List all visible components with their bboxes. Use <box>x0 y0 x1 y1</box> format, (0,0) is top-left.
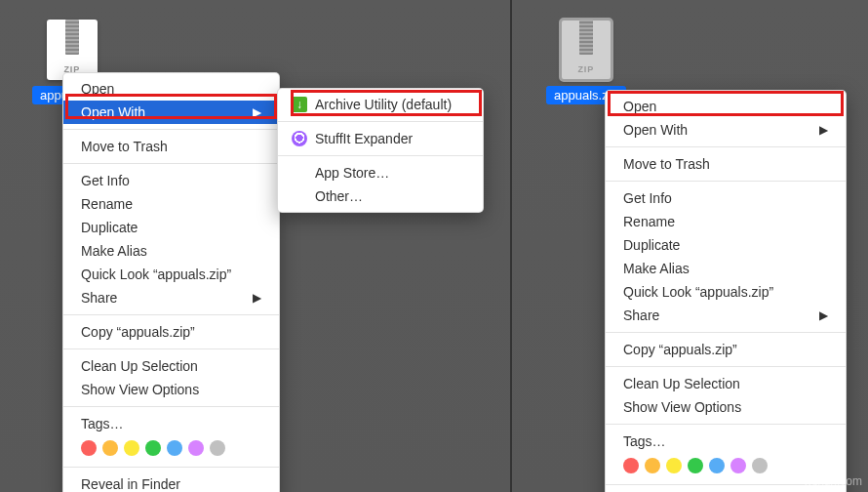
tag-green[interactable] <box>145 440 161 456</box>
menu-open-with-label: Open With <box>81 103 145 121</box>
menu-copy[interactable]: Copy “appuals.zip” <box>606 338 846 361</box>
submenu-archive-utility[interactable]: ↓ Archive Utility (default) <box>278 93 483 116</box>
stuffit-icon <box>292 131 307 146</box>
menu-make-alias[interactable]: Make Alias <box>606 257 846 280</box>
chevron-right-icon: ▶ <box>253 289 261 307</box>
tag-gray[interactable] <box>752 458 768 473</box>
menu-duplicate[interactable]: Duplicate <box>606 233 846 257</box>
menu-duplicate[interactable]: Duplicate <box>63 216 279 239</box>
menu-separator <box>63 467 279 468</box>
menu-separator <box>63 406 279 407</box>
menu-separator <box>606 181 846 182</box>
submenu-stuffit-label: StuffIt Expander <box>315 130 413 147</box>
menu-separator <box>63 129 279 130</box>
menu-share[interactable]: Share ▶ <box>63 286 279 309</box>
tag-colors-row <box>63 435 279 462</box>
menu-trash[interactable]: Move to Trash <box>63 135 279 158</box>
tag-orange[interactable] <box>645 458 660 473</box>
menu-separator <box>606 332 846 333</box>
menu-rename[interactable]: Rename <box>63 192 279 216</box>
menu-separator <box>606 424 846 425</box>
archive-utility-icon: ↓ <box>292 97 307 112</box>
menu-separator <box>63 314 279 315</box>
submenu-other[interactable]: Other… <box>278 184 483 208</box>
desktop-right: appuals.zip Open Open With ▶ Move to Tra… <box>512 0 868 492</box>
menu-separator <box>606 146 846 147</box>
submenu-stuffit[interactable]: StuffIt Expander <box>278 127 483 150</box>
menu-quick-look[interactable]: Quick Look “appuals.zip” <box>606 280 846 304</box>
submenu-app-store[interactable]: App Store… <box>278 161 483 184</box>
menu-separator <box>63 348 279 349</box>
menu-copy[interactable]: Copy “appuals.zip” <box>63 320 279 344</box>
menu-open-with[interactable]: Open With ▶ <box>63 101 279 124</box>
menu-trash[interactable]: Move to Trash <box>606 152 846 176</box>
menu-open[interactable]: Open <box>606 95 846 118</box>
submenu-archive-label: Archive Utility (default) <box>315 96 452 113</box>
tag-blue[interactable] <box>709 458 725 473</box>
menu-tags[interactable]: Tags… <box>63 412 279 435</box>
menu-separator <box>278 121 483 122</box>
tag-red[interactable] <box>623 458 639 473</box>
tag-orange[interactable] <box>102 440 118 456</box>
menu-tags[interactable]: Tags… <box>606 430 846 453</box>
tag-purple[interactable] <box>188 440 204 456</box>
tag-gray[interactable] <box>210 440 225 456</box>
menu-cleanup[interactable]: Clean Up Selection <box>63 354 279 378</box>
menu-make-alias[interactable]: Make Alias <box>63 239 279 263</box>
submenu-other-label: Other… <box>315 187 363 205</box>
tag-yellow[interactable] <box>666 458 682 473</box>
menu-rename[interactable]: Rename <box>606 210 846 233</box>
menu-open[interactable]: Open <box>63 77 279 101</box>
watermark: wsxdn.com <box>804 474 862 488</box>
menu-get-info[interactable]: Get Info <box>63 169 279 192</box>
chevron-right-icon: ▶ <box>253 103 261 121</box>
menu-cleanup[interactable]: Clean Up Selection <box>606 372 846 395</box>
tag-purple[interactable] <box>730 458 746 473</box>
context-menu: Open Open With ▶ Move to Trash Get Info … <box>62 72 280 492</box>
menu-view-options[interactable]: Show View Options <box>63 378 279 401</box>
menu-share-label: Share <box>623 307 659 324</box>
chevron-right-icon: ▶ <box>819 307 828 324</box>
menu-open-with[interactable]: Open With ▶ <box>606 118 846 142</box>
menu-get-info[interactable]: Get Info <box>606 186 846 210</box>
menu-share-label: Share <box>81 289 117 307</box>
tag-blue[interactable] <box>167 440 182 456</box>
menu-reveal-finder[interactable]: Reveal in Finder <box>63 472 279 492</box>
open-with-submenu: ↓ Archive Utility (default) StuffIt Expa… <box>277 88 484 213</box>
tag-yellow[interactable] <box>124 440 139 456</box>
menu-view-options[interactable]: Show View Options <box>606 395 846 419</box>
menu-separator <box>278 155 483 156</box>
submenu-app-store-label: App Store… <box>315 164 389 182</box>
zip-file-icon <box>561 20 612 80</box>
menu-separator <box>63 163 279 164</box>
menu-open-with-label: Open With <box>623 121 688 139</box>
desktop-left: appuals.zip Open Open With ▶ Move to Tra… <box>0 0 512 492</box>
menu-separator <box>606 366 846 367</box>
tag-red[interactable] <box>81 440 97 456</box>
menu-share[interactable]: Share ▶ <box>606 304 846 327</box>
chevron-right-icon: ▶ <box>819 121 828 139</box>
zip-file-icon <box>47 20 98 80</box>
tag-green[interactable] <box>688 458 703 473</box>
menu-quick-look[interactable]: Quick Look “appuals.zip” <box>63 263 279 286</box>
context-menu: Open Open With ▶ Move to Trash Get Info … <box>605 90 847 492</box>
